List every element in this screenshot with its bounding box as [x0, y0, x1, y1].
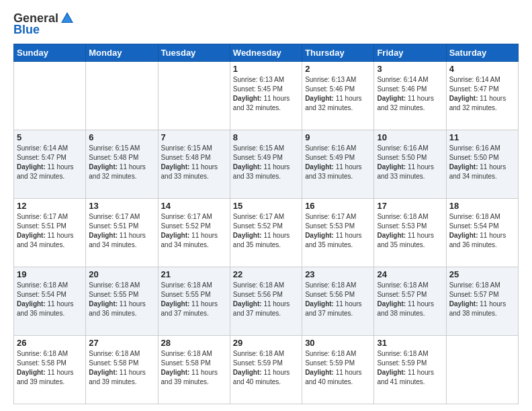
table-row: 12Sunrise: 6:17 AMSunset: 5:51 PMDayligh… [14, 199, 86, 267]
day-number: 7 [161, 132, 227, 142]
day-number: 23 [305, 269, 371, 279]
table-row: 6Sunrise: 6:15 AMSunset: 5:48 PMDaylight… [86, 130, 158, 199]
table-row: 31Sunrise: 6:18 AMSunset: 5:59 PMDayligh… [374, 336, 446, 404]
day-info: Sunrise: 6:17 AMSunset: 5:52 PMDaylight:… [233, 212, 299, 250]
day-info: Sunrise: 6:14 AMSunset: 5:47 PMDaylight:… [17, 144, 83, 181]
table-row: 28Sunrise: 6:18 AMSunset: 5:58 PMDayligh… [158, 336, 230, 404]
day-number: 4 [449, 64, 515, 74]
table-row: 18Sunrise: 6:18 AMSunset: 5:54 PMDayligh… [446, 199, 518, 267]
day-info: Sunrise: 6:18 AMSunset: 5:58 PMDaylight:… [161, 349, 227, 387]
day-info: Sunrise: 6:18 AMSunset: 5:57 PMDaylight:… [377, 281, 443, 318]
calendar-table: Sunday Monday Tuesday Wednesday Thursday… [13, 44, 519, 404]
day-number: 13 [89, 201, 154, 211]
calendar-week-row: 26Sunrise: 6:18 AMSunset: 5:58 PMDayligh… [14, 336, 519, 404]
day-info: Sunrise: 6:17 AMSunset: 5:51 PMDaylight:… [17, 212, 83, 250]
day-info: Sunrise: 6:18 AMSunset: 5:57 PMDaylight:… [449, 281, 515, 318]
col-thursday: Thursday [302, 44, 374, 62]
day-info: Sunrise: 6:18 AMSunset: 5:54 PMDaylight:… [449, 212, 515, 250]
table-row [158, 62, 230, 130]
table-row: 1Sunrise: 6:13 AMSunset: 5:45 PMDaylight… [230, 62, 302, 130]
day-info: Sunrise: 6:18 AMSunset: 5:59 PMDaylight:… [377, 349, 443, 387]
day-number: 27 [89, 338, 154, 348]
day-info: Sunrise: 6:18 AMSunset: 5:59 PMDaylight:… [233, 349, 299, 387]
table-row: 2Sunrise: 6:13 AMSunset: 5:46 PMDaylight… [302, 62, 374, 130]
day-number: 26 [17, 338, 83, 348]
day-info: Sunrise: 6:15 AMSunset: 5:48 PMDaylight:… [161, 144, 227, 181]
table-row: 27Sunrise: 6:18 AMSunset: 5:58 PMDayligh… [86, 336, 158, 404]
table-row: 30Sunrise: 6:18 AMSunset: 5:59 PMDayligh… [302, 336, 374, 404]
logo: General Blue [13, 11, 75, 37]
day-number: 9 [305, 132, 371, 142]
calendar-week-row: 19Sunrise: 6:18 AMSunset: 5:54 PMDayligh… [14, 267, 519, 336]
calendar-week-row: 12Sunrise: 6:17 AMSunset: 5:51 PMDayligh… [14, 199, 519, 267]
day-info: Sunrise: 6:18 AMSunset: 5:56 PMDaylight:… [233, 281, 299, 318]
col-saturday: Saturday [446, 44, 518, 62]
day-info: Sunrise: 6:16 AMSunset: 5:50 PMDaylight:… [377, 144, 443, 181]
day-number: 17 [377, 201, 443, 211]
day-number: 14 [161, 201, 227, 211]
table-row: 19Sunrise: 6:18 AMSunset: 5:54 PMDayligh… [14, 267, 86, 336]
table-row: 21Sunrise: 6:18 AMSunset: 5:55 PMDayligh… [158, 267, 230, 336]
table-row: 8Sunrise: 6:15 AMSunset: 5:49 PMDaylight… [230, 130, 302, 199]
table-row: 22Sunrise: 6:18 AMSunset: 5:56 PMDayligh… [230, 267, 302, 336]
day-number: 18 [449, 201, 515, 211]
day-number: 24 [377, 269, 443, 279]
day-info: Sunrise: 6:17 AMSunset: 5:51 PMDaylight:… [89, 212, 154, 250]
table-row: 16Sunrise: 6:17 AMSunset: 5:53 PMDayligh… [302, 199, 374, 267]
table-row [86, 62, 158, 130]
col-wednesday: Wednesday [230, 44, 302, 62]
table-row: 23Sunrise: 6:18 AMSunset: 5:56 PMDayligh… [302, 267, 374, 336]
day-info: Sunrise: 6:14 AMSunset: 5:47 PMDaylight:… [449, 75, 515, 113]
day-number: 12 [17, 201, 83, 211]
day-number: 16 [305, 201, 371, 211]
table-row: 17Sunrise: 6:18 AMSunset: 5:53 PMDayligh… [374, 199, 446, 267]
table-row: 4Sunrise: 6:14 AMSunset: 5:47 PMDaylight… [446, 62, 518, 130]
day-number: 15 [233, 201, 299, 211]
day-info: Sunrise: 6:17 AMSunset: 5:53 PMDaylight:… [305, 212, 371, 250]
day-number: 20 [89, 269, 154, 279]
table-row [14, 62, 86, 130]
day-number: 22 [233, 269, 299, 279]
calendar-header-row: Sunday Monday Tuesday Wednesday Thursday… [14, 44, 519, 62]
table-row: 9Sunrise: 6:16 AMSunset: 5:49 PMDaylight… [302, 130, 374, 199]
day-info: Sunrise: 6:14 AMSunset: 5:46 PMDaylight:… [377, 75, 443, 113]
col-sunday: Sunday [14, 44, 86, 62]
table-row: 25Sunrise: 6:18 AMSunset: 5:57 PMDayligh… [446, 267, 518, 336]
col-friday: Friday [374, 44, 446, 62]
day-info: Sunrise: 6:18 AMSunset: 5:56 PMDaylight:… [305, 281, 371, 318]
day-info: Sunrise: 6:18 AMSunset: 5:59 PMDaylight:… [305, 349, 371, 387]
col-tuesday: Tuesday [158, 44, 230, 62]
day-info: Sunrise: 6:18 AMSunset: 5:58 PMDaylight:… [89, 349, 154, 387]
col-monday: Monday [86, 44, 158, 62]
day-info: Sunrise: 6:17 AMSunset: 5:52 PMDaylight:… [161, 212, 227, 250]
logo-icon [60, 11, 75, 26]
calendar-week-row: 1Sunrise: 6:13 AMSunset: 5:45 PMDaylight… [14, 62, 519, 130]
day-info: Sunrise: 6:13 AMSunset: 5:46 PMDaylight:… [305, 75, 371, 113]
table-row: 7Sunrise: 6:15 AMSunset: 5:48 PMDaylight… [158, 130, 230, 199]
table-row: 11Sunrise: 6:16 AMSunset: 5:50 PMDayligh… [446, 130, 518, 199]
day-info: Sunrise: 6:18 AMSunset: 5:53 PMDaylight:… [377, 212, 443, 250]
day-number: 21 [161, 269, 227, 279]
day-number: 19 [17, 269, 83, 279]
table-row: 15Sunrise: 6:17 AMSunset: 5:52 PMDayligh… [230, 199, 302, 267]
day-number: 25 [449, 269, 515, 279]
table-row: 13Sunrise: 6:17 AMSunset: 5:51 PMDayligh… [86, 199, 158, 267]
table-row: 29Sunrise: 6:18 AMSunset: 5:59 PMDayligh… [230, 336, 302, 404]
day-number: 11 [449, 132, 515, 142]
day-info: Sunrise: 6:18 AMSunset: 5:58 PMDaylight:… [17, 349, 83, 387]
day-number: 31 [377, 338, 443, 348]
table-row: 14Sunrise: 6:17 AMSunset: 5:52 PMDayligh… [158, 199, 230, 267]
day-number: 5 [17, 132, 83, 142]
day-number: 1 [233, 64, 299, 74]
calendar-week-row: 5Sunrise: 6:14 AMSunset: 5:47 PMDaylight… [14, 130, 519, 199]
day-number: 2 [305, 64, 371, 74]
table-row: 3Sunrise: 6:14 AMSunset: 5:46 PMDaylight… [374, 62, 446, 130]
day-info: Sunrise: 6:15 AMSunset: 5:48 PMDaylight:… [89, 144, 154, 181]
day-number: 6 [89, 132, 154, 142]
day-number: 10 [377, 132, 443, 142]
day-number: 8 [233, 132, 299, 142]
day-info: Sunrise: 6:13 AMSunset: 5:45 PMDaylight:… [233, 75, 299, 113]
day-info: Sunrise: 6:18 AMSunset: 5:55 PMDaylight:… [89, 281, 154, 318]
day-info: Sunrise: 6:18 AMSunset: 5:55 PMDaylight:… [161, 281, 227, 318]
day-number: 28 [161, 338, 227, 348]
